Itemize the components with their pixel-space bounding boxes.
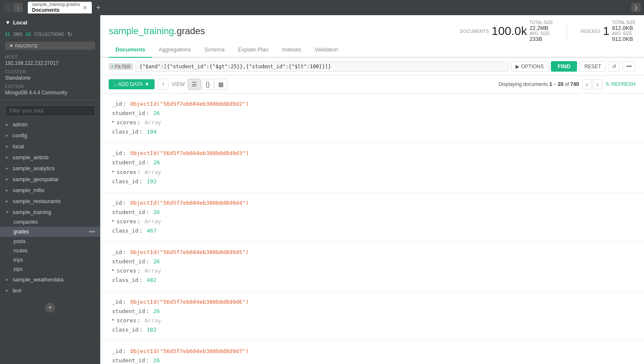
db-name-label: sample_mflix bbox=[13, 187, 86, 193]
db-label: DBS bbox=[13, 32, 22, 37]
sidebar-item-sample_airbnb[interactable]: ► sample_airbnb ••• bbox=[0, 152, 100, 163]
cluster-label: CLUSTER bbox=[5, 70, 95, 74]
new-tab-button[interactable]: + bbox=[94, 3, 103, 13]
host-value: 192.168.122.232:27017 bbox=[5, 60, 95, 66]
chevron-icon: ► bbox=[5, 133, 10, 138]
sidebar-item-sample_analytics[interactable]: ► sample_analytics ••• bbox=[0, 163, 100, 174]
db-name-label: config bbox=[13, 132, 86, 139]
tab-validation[interactable]: Validation bbox=[308, 42, 345, 58]
triangle-icon: ▶ bbox=[516, 64, 519, 70]
export-button[interactable]: ↑ bbox=[158, 79, 168, 90]
favorite-button[interactable]: ★ FAVORITE bbox=[5, 42, 95, 50]
tab-title: sample_training.grades bbox=[32, 2, 80, 7]
index-total-value: 912.0KB bbox=[612, 25, 636, 31]
tab-indexes[interactable]: Indexes bbox=[275, 42, 308, 58]
tab-bar: ‹ › sample_training.grades Documents ✕ +… bbox=[0, 0, 644, 15]
tab-explain-plan[interactable]: Explain Plan bbox=[231, 42, 275, 58]
view-icons: ☰ {} ▦ bbox=[188, 79, 227, 90]
collection-item-routes[interactable]: routes bbox=[0, 246, 100, 255]
doc-student-id-field: student_id: 26 bbox=[112, 109, 636, 118]
table-view-button[interactable]: ▦ bbox=[214, 79, 227, 90]
filter-value[interactable]: {"$and":[{"student_id":{"$gt":25}},{"stu… bbox=[136, 62, 508, 72]
prev-page-button[interactable]: ‹ bbox=[582, 79, 592, 89]
tab-documents[interactable]: Documents bbox=[109, 42, 152, 58]
more-options-button[interactable]: ••• bbox=[623, 62, 636, 72]
doc-scores-field: ►scores: Array bbox=[112, 118, 636, 127]
chevron-icon: ► bbox=[5, 144, 10, 149]
collection-item-companies[interactable]: companies bbox=[0, 217, 100, 227]
table-row: _id: ObjectId("56d5f7eb604eb380b0d8d9d6"… bbox=[100, 292, 644, 341]
doc-id-field: _id: ObjectId("56d5f7eb604eb380b0d8d9d5"… bbox=[112, 248, 636, 257]
sidebar-item-test[interactable]: ► test ••• bbox=[0, 285, 100, 296]
tab-schema[interactable]: Schema bbox=[198, 42, 231, 58]
collection-item-grades[interactable]: grades ••• bbox=[0, 227, 100, 237]
table-row: _id: ObjectId("56d5f7eb604eb380b0d8d9d7"… bbox=[100, 341, 644, 364]
doc-scores-field: ►scores: Array bbox=[112, 266, 636, 276]
filter-label: FILTER bbox=[115, 64, 131, 69]
doc-id-field: _id: ObjectId("56d5f7eb604eb380b0d8d9d4"… bbox=[112, 198, 636, 208]
active-tab[interactable]: sample_training.grades Documents ✕ bbox=[28, 2, 92, 13]
sidebar-item-sample_restaurants[interactable]: ► sample_restaurants ••• bbox=[0, 195, 100, 206]
edition-section: EDITION MongoDB 4.4.4 Community bbox=[0, 83, 100, 97]
db-name-label: sample_training bbox=[13, 209, 86, 215]
edition-label: EDITION bbox=[5, 84, 95, 89]
doc-class-id-field: class_id: 467 bbox=[112, 226, 636, 236]
indexes-divider bbox=[567, 23, 567, 40]
sidebar-item-config[interactable]: ► config ••• bbox=[0, 130, 100, 141]
filter-toolbar: ● FILTER {"$and":[{"student_id":{"$gt":2… bbox=[100, 58, 644, 75]
doc-scores-field: ►scores: Array bbox=[112, 168, 636, 177]
main-layout: ▼ Local 11 DBS 22 COLLECTIONS ↻ ★ FAVORI… bbox=[0, 15, 644, 364]
sidebar-item-sample_weatherdata[interactable]: ► sample_weatherdata ••• bbox=[0, 274, 100, 285]
collection-count: 22 bbox=[26, 32, 31, 37]
db-count: 11 bbox=[5, 32, 10, 37]
doc-student-id-field: student_id: 26 bbox=[112, 307, 636, 316]
refresh-button[interactable]: ↻ REFRESH bbox=[606, 81, 636, 87]
chevron-icon: ▼ bbox=[5, 210, 10, 214]
json-view-button[interactable]: {} bbox=[202, 79, 213, 90]
tab-close-button[interactable]: ✕ bbox=[83, 5, 88, 11]
list-view-button[interactable]: ☰ bbox=[188, 79, 201, 90]
expand-button[interactable]: ❯ bbox=[631, 3, 641, 12]
cluster-section: CLUSTER Standalone bbox=[0, 68, 100, 83]
collection-title: sample_training.grades bbox=[109, 26, 205, 37]
star-icon: ★ bbox=[9, 43, 13, 48]
content-area: sample_training.grades DOCUMENTS 100.0k … bbox=[100, 15, 644, 364]
table-row: _id: ObjectId("56d5f7eb604eb380b0d8d9d5"… bbox=[100, 242, 644, 291]
pagination-info: Displaying documents 1 – 20 of 740 bbox=[498, 81, 579, 87]
chevron-icon: ► bbox=[5, 199, 10, 203]
reset-button[interactable]: RESET bbox=[580, 62, 606, 72]
find-button[interactable]: FIND bbox=[551, 61, 577, 72]
chevron-icon: ► bbox=[5, 122, 10, 127]
tab-subtitle: Documents bbox=[32, 7, 80, 13]
history-button[interactable]: ↺ bbox=[608, 62, 620, 72]
sidebar-item-sample_training[interactable]: ▼ sample_training ••• bbox=[0, 206, 100, 217]
documents-area: _id: ObjectId("56d5f7eb604eb380b0d8d9d2"… bbox=[100, 94, 644, 364]
nav-arrows: ‹ › bbox=[3, 3, 23, 12]
nav-forward-button[interactable]: › bbox=[13, 3, 23, 12]
collection-item-zips[interactable]: zips bbox=[0, 265, 100, 274]
filter-badge: ● FILTER bbox=[109, 63, 133, 70]
sidebar-item-local[interactable]: ► local ••• bbox=[0, 141, 100, 152]
nav-back-button[interactable]: ‹ bbox=[3, 3, 13, 12]
chevron-icon: ► bbox=[5, 288, 10, 293]
add-data-button[interactable]: ↓ ADD DATA ▼ bbox=[109, 79, 155, 89]
avg-size-value: 233B bbox=[529, 36, 553, 42]
options-button[interactable]: ▶ OPTIONS bbox=[511, 62, 548, 72]
collection-item-posts[interactable]: posts bbox=[0, 237, 100, 246]
add-connection-button[interactable]: + bbox=[45, 302, 55, 313]
sidebar-item-admin[interactable]: ► admin ••• bbox=[0, 119, 100, 130]
doc-class-id-field: class_id: 182 bbox=[112, 325, 636, 335]
collection-label: COLLECTIONS bbox=[34, 32, 64, 37]
doc-student-id-field: student_id: 26 bbox=[112, 158, 636, 167]
index-avg-label: AVG. SIZE bbox=[612, 31, 636, 36]
sidebar-item-sample_mflix[interactable]: ► sample_mflix ••• bbox=[0, 185, 100, 195]
filter-input[interactable] bbox=[5, 105, 95, 116]
doc-id-field: _id: ObjectId("56d5f7eb604eb380b0d8d9d2"… bbox=[112, 99, 636, 109]
collection-item-trips[interactable]: trips bbox=[0, 255, 100, 265]
next-page-button[interactable]: › bbox=[593, 79, 602, 89]
tab-aggregations[interactable]: Aggregations bbox=[152, 42, 198, 58]
sidebar: ▼ Local 11 DBS 22 COLLECTIONS ↻ ★ FAVORI… bbox=[0, 15, 100, 364]
sidebar-item-sample_geospatial[interactable]: ► sample_geospatial ••• bbox=[0, 174, 100, 185]
collection-more-icon[interactable]: ••• bbox=[89, 228, 95, 235]
sidebar-refresh-button[interactable]: ↻ bbox=[67, 31, 72, 37]
